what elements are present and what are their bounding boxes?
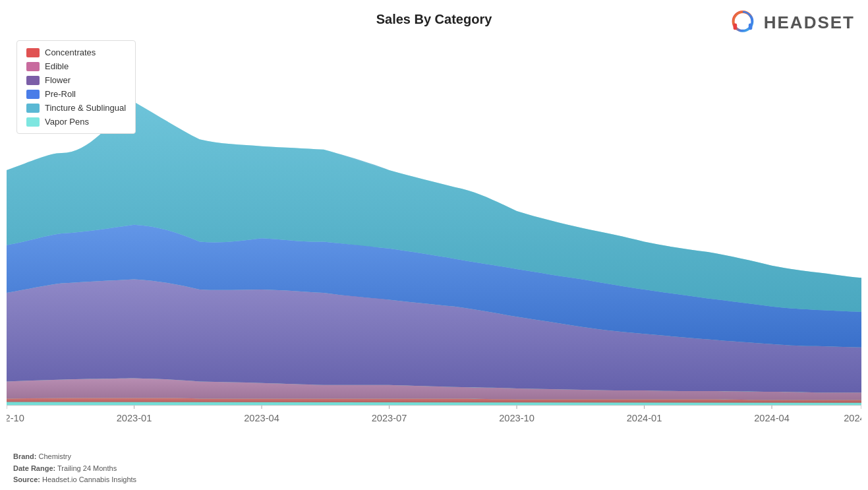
x-label-3: 2023-07: [372, 413, 407, 423]
legend-item-tincture: Tincture & Sublingual: [26, 103, 126, 113]
legend-label-preroll: Pre-Roll: [45, 89, 76, 99]
legend-item-concentrates: Concentrates: [26, 47, 126, 57]
footer-source: Source: Headset.io Cannabis Insights: [13, 474, 136, 486]
header: Sales By Category HEAD: [0, 0, 868, 34]
x-label-4: 2023-10: [499, 413, 535, 423]
legend-swatch-flower: [26, 76, 40, 85]
source-value: Headset.io Cannabis Insights: [42, 475, 136, 483]
source-label: Source:: [13, 475, 40, 483]
legend-item-preroll: Pre-Roll: [26, 89, 126, 99]
legend-label-concentrates: Concentrates: [45, 47, 96, 57]
footer-info: Brand: Chemistry Date Range: Trailing 24…: [13, 451, 136, 486]
legend-swatch-tincture: [26, 104, 40, 113]
legend-item-vaporpens: Vapor Pens: [26, 117, 126, 127]
legend-item-flower: Flower: [26, 75, 126, 85]
legend-label-edible: Edible: [45, 61, 69, 71]
x-label-2: 2023-04: [244, 413, 279, 423]
x-label-1: 2023-01: [117, 413, 152, 423]
legend-label-tincture: Tincture & Sublingual: [45, 103, 126, 113]
legend-item-edible: Edible: [26, 61, 126, 71]
footer-date-range: Date Range: Trailing 24 Months: [13, 463, 136, 475]
legend: Concentrates Edible Flower Pre-Roll Tinc…: [16, 40, 136, 134]
brand-label: Brand:: [13, 452, 36, 460]
x-label-0: 2022-10: [7, 413, 24, 423]
svg-rect-2: [749, 24, 753, 30]
svg-rect-1: [733, 24, 737, 30]
date-range-value: Trailing 24 Months: [57, 464, 117, 472]
main-area: Concentrates Edible Flower Pre-Roll Tinc…: [0, 34, 868, 429]
legend-swatch-edible: [26, 62, 40, 71]
legend-swatch-preroll: [26, 90, 40, 99]
footer-brand: Brand: Chemistry: [13, 451, 136, 463]
x-label-6: 2024-04: [754, 413, 790, 423]
date-range-label: Date Range:: [13, 464, 55, 472]
legend-swatch-concentrates: [26, 48, 40, 57]
brand-value: Chemistry: [39, 452, 72, 460]
x-label-7: 2024-07: [844, 413, 861, 423]
logo-text: HEADSET: [764, 13, 855, 33]
legend-label-flower: Flower: [45, 75, 71, 85]
chart-container: Sales By Category HEAD: [0, 0, 868, 490]
x-label-5: 2024-01: [627, 413, 662, 423]
legend-label-vaporpens: Vapor Pens: [45, 117, 89, 127]
legend-swatch-vaporpens: [26, 117, 40, 127]
